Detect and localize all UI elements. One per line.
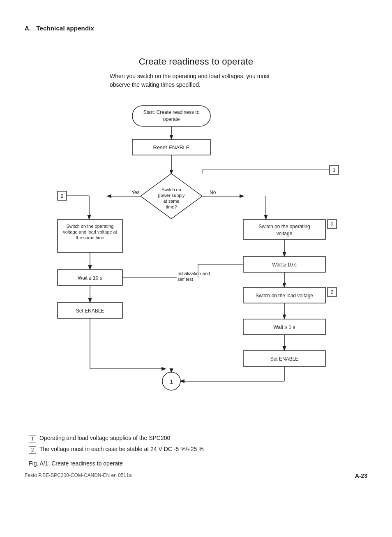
svg-rect-0 — [132, 106, 210, 126]
svg-text:No: No — [210, 190, 216, 195]
svg-text:2: 2 — [331, 289, 334, 295]
diagram-subtitle: When you switch on the operating and loa… — [110, 72, 282, 89]
svg-text:Switch on: Switch on — [161, 187, 181, 192]
svg-text:at same: at same — [163, 199, 179, 204]
svg-text:Yes: Yes — [131, 190, 140, 195]
svg-text:Wait ≥ 10 s: Wait ≥ 10 s — [272, 262, 297, 268]
svg-text:Switch on the load voltage: Switch on the load voltage — [256, 293, 313, 299]
svg-text:1: 1 — [333, 167, 336, 173]
svg-text:Reset ENABLE: Reset ENABLE — [153, 144, 190, 150]
section-name: Technical appendix — [36, 25, 94, 32]
svg-text:Set ENABLE: Set ENABLE — [76, 308, 104, 314]
svg-text:the same time: the same time — [76, 235, 104, 240]
svg-text:Initialization and: Initialization and — [178, 271, 210, 276]
section-letter: A. — [25, 25, 31, 32]
svg-text:2: 2 — [61, 193, 64, 199]
svg-text:Wait ≥ 1 s: Wait ≥ 1 s — [274, 324, 295, 330]
svg-text:Start: Create readiness to: Start: Create readiness to — [143, 109, 200, 115]
fig-caption: Fig. A/1: Create readiness to operate — [25, 460, 367, 467]
footnotes: 1 Operating and load voltage supplies of… — [25, 435, 367, 454]
footnote-2: 2 The voltage must in each case be stabl… — [29, 446, 363, 454]
svg-text:power supply: power supply — [158, 193, 185, 198]
flowchart-svg: Start: Create readiness to operate Reset… — [42, 102, 350, 422]
svg-text:Switch on the operating: Switch on the operating — [258, 224, 310, 229]
flowchart-wrapper: Start: Create readiness to operate Reset… — [25, 102, 367, 422]
svg-text:operate: operate — [163, 116, 180, 122]
footnote-1-text: Operating and load voltage supplies of t… — [39, 435, 170, 441]
svg-text:time?: time? — [166, 204, 177, 209]
svg-text:Switch on the operating: Switch on the operating — [67, 224, 114, 229]
svg-text:voltage: voltage — [277, 231, 293, 236]
footnote-1: 1 Operating and load voltage supplies of… — [29, 435, 363, 442]
diagram-title: Create readiness to operate — [25, 56, 367, 67]
svg-text:voltage and load voltage at: voltage and load voltage at — [63, 229, 117, 234]
svg-text:Wait ≥ 10 s: Wait ≥ 10 s — [78, 275, 102, 281]
footer-left: Festo P.BE-SPC200-COM-CANDN-EN en 0511a — [25, 472, 132, 479]
svg-text:self test: self test — [178, 277, 193, 282]
footnote-2-text: The voltage must in each case be stable … — [39, 446, 204, 452]
footnote-badge-1: 1 — [29, 435, 36, 442]
page-footer: Festo P.BE-SPC200-COM-CANDN-EN en 0511a … — [25, 472, 367, 479]
page-number: A-23 — [355, 472, 367, 479]
section-title: A. Technical appendix — [25, 25, 367, 32]
svg-text:2: 2 — [331, 222, 334, 227]
svg-text:1: 1 — [170, 379, 173, 385]
footnote-badge-2: 2 — [29, 446, 36, 454]
page: A. Technical appendix Create readiness t… — [0, 0, 392, 491]
svg-text:Set ENABLE: Set ENABLE — [270, 356, 299, 362]
